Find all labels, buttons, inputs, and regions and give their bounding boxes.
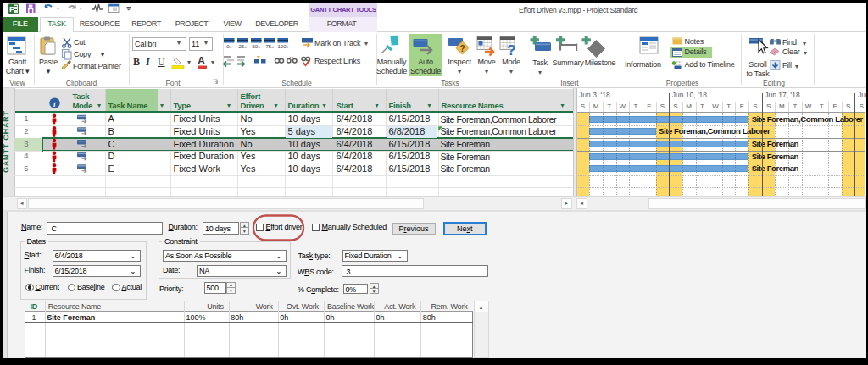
svg-text:?: ?	[460, 44, 465, 53]
svg-text:?: ?	[507, 42, 515, 58]
